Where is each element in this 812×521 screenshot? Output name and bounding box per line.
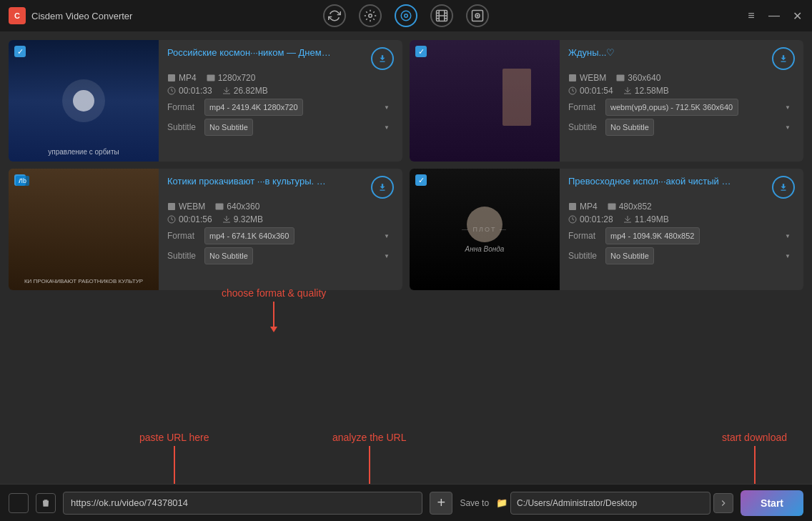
video-title-row-1: Российские космон···ником — Днем Отл xyxy=(167,47,394,70)
add-url-button[interactable] xyxy=(9,493,29,513)
video-thumb-1: управление с орбиты xyxy=(9,40,159,162)
thumb-text-3: КИ ПРОКАЧИВАЮТ РАБОТНИКОВ КУЛЬТУР xyxy=(9,278,159,284)
bottombar: + Save to 📁 Start xyxy=(0,484,812,521)
format-select-wrapper-4: mp4 - 1094.9K 480x852 xyxy=(605,227,795,244)
thumb-text-1: управление с орбиты xyxy=(9,148,159,156)
video-card-1: управление с орбиты Российские космон···… xyxy=(9,40,402,162)
duration-1: 00:01:33 xyxy=(167,86,212,96)
video-thumb-4: Анна Вонда — ПЛОТ — xyxy=(410,169,560,290)
meta-row-2-3: 00:01:56 9.32MB xyxy=(167,214,394,224)
subtitle-select-1[interactable]: No Subtitle xyxy=(204,119,253,136)
meta-row-1-4: MP4 480x852 xyxy=(568,202,795,212)
meta-row-1: MP4 1280x720 xyxy=(167,73,394,83)
format-row-2: Format webm(vp9,opus) - 712.5K 360x640 xyxy=(568,99,795,116)
nav-icon-rotate[interactable] xyxy=(323,4,346,27)
app-logo: C xyxy=(9,7,26,24)
annotation-format: choose format & quality xyxy=(222,287,326,332)
nav-icon-media[interactable] xyxy=(466,4,489,27)
annotation-download: start download xyxy=(722,432,787,484)
video-card-4: Анна Вонда — ПЛОТ — Превосходное испол··… xyxy=(410,169,803,290)
close-button[interactable]: ✕ xyxy=(791,9,803,23)
video-checkbox-1[interactable] xyxy=(14,46,26,57)
download-btn-1[interactable] xyxy=(371,47,394,70)
annotation-url: paste URL here xyxy=(139,432,209,484)
format-select-3[interactable]: mp4 - 674.1K 640x360 xyxy=(204,227,294,244)
annotation-download-label: start download xyxy=(722,432,787,443)
meta-row-1-2: WEBM 360x640 xyxy=(568,73,795,83)
format-select-4[interactable]: mp4 - 1094.9K 480x852 xyxy=(605,227,700,244)
download-btn-2[interactable] xyxy=(772,47,795,70)
delete-button[interactable] xyxy=(36,493,56,513)
nav-icon-settings[interactable] xyxy=(359,4,382,27)
svg-point-13 xyxy=(477,15,478,16)
subtitle-select-2[interactable]: No Subtitle xyxy=(605,119,654,136)
format-select-2[interactable]: webm(vp9,opus) - 712.5K 360x640 xyxy=(605,99,738,116)
nav-icon-convert[interactable] xyxy=(395,4,417,27)
video-checkbox-2[interactable] xyxy=(415,46,427,57)
titlebar: C Cisdem Video Converter xyxy=(0,0,812,31)
meta-row-2-2: 00:01:54 12.58MB xyxy=(568,86,795,96)
download-btn-4[interactable] xyxy=(772,176,795,199)
meta-row-2-4: 00:01:28 11.49MB xyxy=(568,214,795,224)
format-row-4: Format mp4 - 1094.9K 480x852 xyxy=(568,227,795,244)
save-path-wrapper: 📁 xyxy=(496,492,733,515)
menu-button[interactable]: ≡ xyxy=(745,9,758,23)
annotation-analyze: analyze the URL xyxy=(332,432,407,484)
video-checkbox-4[interactable] xyxy=(415,174,427,186)
format-select-wrapper-2: webm(vp9,opus) - 712.5K 360x640 xyxy=(605,99,795,116)
subtitle-label-1: Subtitle xyxy=(167,122,200,132)
video-info-2: Ждуны...♡ WEBM 360x640 xyxy=(560,40,803,162)
video-card-2: Ждуны...♡ WEBM 360x640 xyxy=(410,40,803,162)
video-title-row-3: Котики прокачивают ···в культуры. Часть xyxy=(167,176,394,199)
format-label-4: Format xyxy=(568,231,601,241)
start-button[interactable]: Start xyxy=(741,490,803,516)
video-title-row-4: Превосходное испол···акой чистый голо xyxy=(568,176,795,199)
resolution-badge-3: 640x360 xyxy=(215,202,259,212)
duration-4: 00:01:28 xyxy=(568,214,613,224)
annotation-analyze-arrow xyxy=(366,446,373,484)
video-title-row-2: Ждуны...♡ xyxy=(568,47,795,70)
folder-icon: 📁 xyxy=(496,497,508,508)
svg-rect-21 xyxy=(216,204,224,210)
browse-button[interactable] xyxy=(713,493,733,513)
subtitle-select-3[interactable]: No Subtitle xyxy=(204,247,253,264)
nav-icons xyxy=(323,4,489,27)
svg-point-2 xyxy=(405,14,408,18)
video-thumb-3: Лb КИ ПРОКАЧИВАЮТ РАБОТНИКОВ КУЛЬТУР xyxy=(9,169,159,290)
subtitle-select-4[interactable]: No Subtitle xyxy=(605,247,654,264)
svg-rect-17 xyxy=(569,74,576,81)
save-to-label: Save to xyxy=(460,498,489,508)
url-input[interactable] xyxy=(63,492,422,515)
video-thumb-2 xyxy=(410,40,560,162)
save-path-input[interactable] xyxy=(510,492,710,515)
size-4: 11.49MB xyxy=(623,214,669,224)
video-title-4: Превосходное испол···акой чистый голо xyxy=(568,176,733,187)
annotation-url-arrow xyxy=(171,446,178,484)
format-select-wrapper-3: mp4 - 674.1K 640x360 xyxy=(204,227,394,244)
annotation-url-label: paste URL here xyxy=(139,432,209,443)
format-badge-1: MP4 xyxy=(167,73,197,83)
duration-3: 00:01:56 xyxy=(167,214,212,224)
format-row-1: Format mp4 - 2419.4K 1280x720 xyxy=(167,99,394,116)
subtitle-label-3: Subtitle xyxy=(167,251,200,261)
size-1: 26.82MB xyxy=(222,86,268,96)
meta-row-2-1: 00:01:33 26.82MB xyxy=(167,86,394,96)
annotation-format-arrow xyxy=(270,302,277,332)
analyze-button[interactable]: + xyxy=(430,492,452,515)
svg-rect-14 xyxy=(168,74,175,81)
subtitle-label-2: Subtitle xyxy=(568,122,601,132)
format-row-3: Format mp4 - 674.1K 640x360 xyxy=(167,227,394,244)
download-btn-3[interactable] xyxy=(371,176,394,199)
subtitle-select-wrapper-3: No Subtitle xyxy=(204,247,394,264)
format-select-1[interactable]: mp4 - 2419.4K 1280x720 xyxy=(204,99,303,116)
window-controls: ≡ — ✕ xyxy=(745,9,803,23)
annotation-analyze-label: analyze the URL xyxy=(332,432,407,443)
nav-icon-film[interactable] xyxy=(430,4,453,27)
main-content: управление с орбиты Российские космон···… xyxy=(0,31,812,484)
format-select-wrapper-1: mp4 - 2419.4K 1280x720 xyxy=(204,99,394,116)
video-title-2: Ждуны...♡ xyxy=(568,47,733,58)
svg-rect-23 xyxy=(569,203,576,210)
subtitle-row-3: Subtitle No Subtitle xyxy=(167,247,394,264)
minimize-button[interactable]: — xyxy=(768,9,781,23)
svg-rect-15 xyxy=(207,75,214,81)
